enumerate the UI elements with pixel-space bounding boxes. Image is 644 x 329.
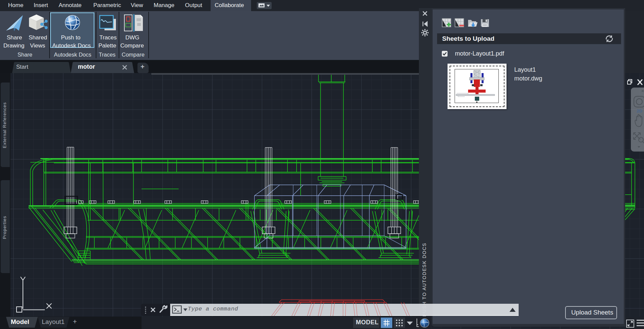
svg-text:2D: 2D: [637, 108, 642, 113]
